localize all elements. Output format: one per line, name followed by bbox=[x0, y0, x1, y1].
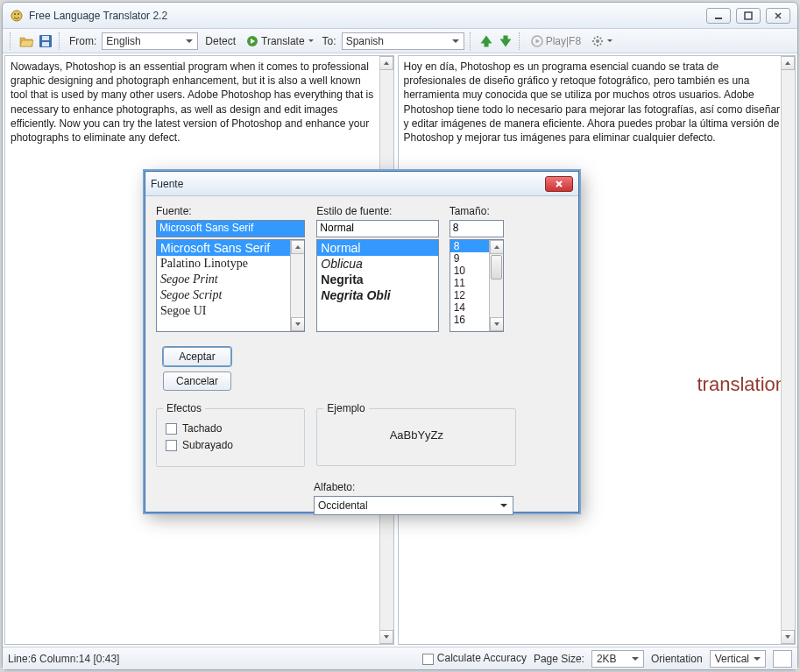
watermark-text: translation bbox=[697, 371, 786, 398]
scroll-up-icon[interactable] bbox=[782, 56, 795, 70]
calc-accuracy-checkbox[interactable]: Calculate Accuracy bbox=[422, 652, 527, 664]
sample-group: Ejemplo AaBbYyZz bbox=[316, 408, 516, 466]
arrow-down-icon[interactable] bbox=[498, 33, 513, 49]
scrollbar-thumb[interactable] bbox=[491, 255, 502, 279]
gear-icon bbox=[591, 35, 604, 47]
scroll-down-icon[interactable] bbox=[782, 630, 795, 644]
list-item[interactable]: Segoe UI bbox=[157, 303, 304, 319]
svg-point-2 bbox=[18, 13, 19, 15]
cursor-position: Line:6 Column:14 [0:43] bbox=[8, 653, 119, 665]
maximize-button[interactable] bbox=[736, 8, 761, 24]
target-text: Hoy en día, Photoshop es un programa ese… bbox=[404, 60, 782, 145]
font-dialog: Fuente Fuente: Microsoft Sans Serif Micr… bbox=[145, 171, 579, 513]
scroll-up-icon[interactable] bbox=[380, 56, 393, 70]
style-label: Estilo de fuente: bbox=[316, 205, 439, 217]
style-input[interactable]: Normal bbox=[316, 220, 439, 237]
svg-rect-4 bbox=[745, 12, 752, 19]
scroll-down-icon[interactable] bbox=[291, 317, 304, 331]
cancel-button[interactable]: Cancelar bbox=[163, 371, 231, 391]
svg-rect-6 bbox=[42, 36, 49, 40]
font-input[interactable]: Microsoft Sans Serif bbox=[156, 220, 305, 237]
font-label: Fuente: bbox=[156, 205, 305, 217]
font-dialog-titlebar: Fuente bbox=[145, 172, 578, 196]
svg-rect-7 bbox=[42, 42, 49, 46]
underline-checkbox[interactable]: Subrayado bbox=[166, 439, 295, 451]
to-language-select[interactable]: Spanish bbox=[342, 32, 464, 50]
window-title: Free Language Translator 2.2 bbox=[29, 10, 706, 22]
list-item[interactable]: Negrita Obli bbox=[317, 287, 438, 303]
toolbar: From: English Detect Translate To: Spani… bbox=[3, 29, 797, 53]
ok-button[interactable]: Aceptar bbox=[163, 347, 231, 366]
close-icon bbox=[555, 180, 563, 188]
size-label: Tamaño: bbox=[450, 205, 504, 217]
list-item[interactable]: Segoe Script bbox=[157, 287, 304, 303]
svg-point-10 bbox=[596, 39, 599, 43]
strikeout-checkbox[interactable]: Tachado bbox=[166, 422, 295, 435]
list-item[interactable]: Microsoft Sans Serif bbox=[157, 240, 304, 256]
play-button[interactable]: Play|F8 bbox=[527, 32, 584, 51]
orientation-label: Orientation bbox=[651, 653, 703, 665]
scroll-down-icon[interactable] bbox=[490, 317, 503, 331]
titlebar: Free Language Translator 2.2 bbox=[3, 3, 797, 29]
scroll-up-icon[interactable] bbox=[490, 240, 503, 254]
font-list-scrollbar[interactable] bbox=[290, 240, 304, 331]
effects-group: Efectos Tachado Subrayado bbox=[156, 408, 305, 467]
svg-line-17 bbox=[594, 43, 595, 44]
target-scrollbar[interactable] bbox=[781, 56, 795, 644]
open-icon[interactable] bbox=[18, 33, 34, 49]
translate-button[interactable]: Translate bbox=[243, 32, 317, 51]
close-button[interactable] bbox=[766, 8, 790, 24]
minimize-button[interactable] bbox=[706, 8, 731, 24]
play-circle-icon bbox=[531, 35, 543, 47]
svg-rect-3 bbox=[715, 18, 722, 19]
font-dialog-close-button[interactable] bbox=[545, 176, 573, 192]
svg-line-15 bbox=[594, 38, 595, 39]
scroll-down-icon[interactable] bbox=[380, 630, 393, 644]
font-dialog-title: Fuente bbox=[151, 178, 183, 190]
list-item[interactable]: Palatino Linotype bbox=[157, 256, 304, 272]
script-label: Alfabeto: bbox=[314, 481, 513, 493]
to-label: To: bbox=[321, 35, 338, 47]
font-listbox[interactable]: Microsoft Sans Serif Palatino Linotype S… bbox=[156, 239, 305, 332]
play-icon bbox=[246, 35, 258, 47]
detect-button[interactable]: Detect bbox=[202, 32, 239, 51]
size-input[interactable]: 8 bbox=[450, 220, 504, 237]
orientation-select[interactable]: Vertical bbox=[710, 650, 766, 668]
effects-label: Efectos bbox=[163, 402, 205, 414]
statusbar: Line:6 Column:14 [0:43] Calculate Accura… bbox=[3, 647, 797, 669]
from-language-select[interactable]: English bbox=[102, 32, 198, 50]
sample-text: AaBbYyZz bbox=[326, 418, 506, 442]
script-select[interactable]: Occidental bbox=[314, 496, 513, 515]
from-label: From: bbox=[67, 35, 98, 47]
list-item[interactable]: Segoe Print bbox=[157, 272, 304, 287]
style-listbox[interactable]: Normal Oblicua Negrita Negrita Obli bbox=[316, 239, 439, 332]
sample-label: Ejemplo bbox=[323, 402, 368, 414]
arrow-up-icon[interactable] bbox=[478, 33, 494, 49]
svg-line-18 bbox=[600, 38, 601, 39]
list-item[interactable]: Oblicua bbox=[317, 256, 438, 272]
source-text: Nowadays, Photoshop is an essential prog… bbox=[11, 60, 388, 145]
page-size-label: Page Size: bbox=[534, 653, 584, 665]
app-icon bbox=[10, 9, 24, 23]
save-icon[interactable] bbox=[38, 33, 53, 49]
svg-line-16 bbox=[600, 43, 601, 44]
size-listbox[interactable]: 8 9 10 11 12 14 16 bbox=[450, 239, 504, 332]
settings-button[interactable] bbox=[588, 32, 616, 51]
scroll-up-icon[interactable] bbox=[291, 240, 304, 254]
toolbar-grip bbox=[10, 32, 13, 50]
page-size-select[interactable]: 2KB bbox=[591, 650, 644, 668]
orientation-spin[interactable] bbox=[773, 650, 792, 668]
svg-point-1 bbox=[14, 13, 16, 15]
svg-point-0 bbox=[11, 11, 22, 21]
list-item[interactable]: Negrita bbox=[317, 272, 438, 287]
list-item[interactable]: Normal bbox=[317, 240, 438, 256]
size-list-scrollbar[interactable] bbox=[489, 240, 503, 331]
